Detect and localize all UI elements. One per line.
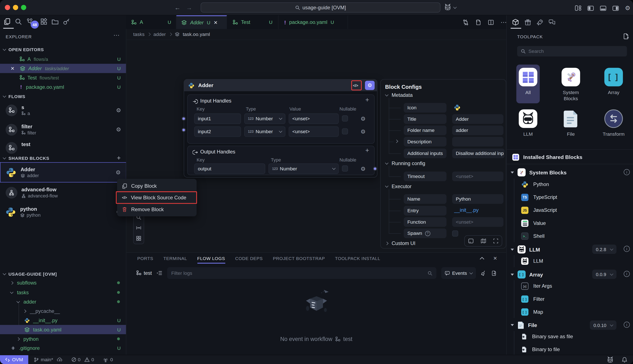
assistant-dropdown-icon[interactable] xyxy=(453,5,457,9)
explorer-more-icon[interactable]: ⋯ xyxy=(114,32,120,39)
bell-icon[interactable] xyxy=(622,356,628,363)
config-value[interactable]: Disallow additional inp xyxy=(452,148,505,158)
config-section-executor[interactable]: Executor xyxy=(386,184,412,190)
tree-item[interactable]: adder xyxy=(0,297,126,306)
breadcrumb-item[interactable]: adder xyxy=(154,32,166,37)
section-system-blocks[interactable]: System Blocks xyxy=(510,168,566,176)
input-port-dot[interactable] xyxy=(182,117,186,121)
block-item-filter[interactable]: [ ]Filter xyxy=(521,296,544,303)
input-key-field[interactable]: input1 xyxy=(194,114,241,124)
input-value-field[interactable]: <unset> xyxy=(288,126,339,137)
tile-label[interactable]: Array xyxy=(598,90,630,96)
log-list-icon[interactable] xyxy=(157,270,162,276)
shared-block-item-selected[interactable]: Adder adder ⚙ xyxy=(0,162,126,182)
tree-item[interactable]: ≡ oocana U xyxy=(0,353,126,355)
command-center-search[interactable]: usage-guide [OVM] xyxy=(201,2,440,12)
add-input-icon[interactable]: + xyxy=(365,96,369,104)
gear-icon[interactable]: ⚙ xyxy=(116,108,121,113)
gear-icon[interactable]: ⚙ xyxy=(360,129,366,134)
grid-layout-icon[interactable] xyxy=(136,236,141,241)
flow-canvas[interactable]: Adder </> ⚙ Input Handles + Key Type Val… xyxy=(126,40,506,252)
version-dropdown[interactable]: 0.0.10 xyxy=(590,320,616,330)
panel-toggle-icon[interactable] xyxy=(468,238,474,243)
config-value[interactable]: Python xyxy=(452,194,504,204)
tree-item[interactable]: __pycache__ xyxy=(0,306,126,316)
toggle-bottom-panel-icon[interactable] xyxy=(600,6,606,11)
system-blocks-tools-icon[interactable] xyxy=(562,68,580,86)
nullable-checkbox[interactable] xyxy=(342,116,348,122)
fullscreen-fit-icon[interactable] xyxy=(493,238,498,243)
tab[interactable]: A U xyxy=(126,16,176,29)
log-filter-input-wrap[interactable] xyxy=(167,267,436,279)
config-value[interactable]: adder xyxy=(452,126,504,135)
config-section-running[interactable]: Running config xyxy=(386,161,426,166)
feedback-chat-icon[interactable] xyxy=(549,19,556,25)
split-editor-icon[interactable] xyxy=(488,20,494,25)
add-output-icon[interactable]: + xyxy=(365,147,369,154)
open-editor-item[interactable]: A flows/a U xyxy=(0,54,126,64)
menu-item-copy-block[interactable]: Copy Block xyxy=(117,180,196,192)
forward-icon[interactable]: → xyxy=(186,4,192,11)
section-file[interactable]: File xyxy=(510,321,537,329)
config-value[interactable] xyxy=(452,137,504,146)
block-item-map[interactable]: [ ]Map xyxy=(521,308,543,316)
block-item-llm[interactable]: LLM xyxy=(521,258,543,265)
config-value[interactable]: <unset> xyxy=(452,217,504,227)
output-key-field[interactable]: output xyxy=(194,164,265,174)
toolpack-search[interactable] xyxy=(517,46,627,57)
info-icon[interactable]: i xyxy=(624,271,630,277)
version-dropdown[interactable]: 0.0.9 xyxy=(592,270,616,279)
view-source-code-icon[interactable]: </> xyxy=(353,83,358,88)
fit-width-icon[interactable] xyxy=(136,225,141,230)
info-icon[interactable]: i xyxy=(624,246,630,252)
corgi-status-icon[interactable] xyxy=(607,356,614,363)
block-item-binary-save[interactable]: Binary save as file xyxy=(521,333,573,340)
remote-indicator[interactable]: OVM xyxy=(0,355,28,364)
open-editor-item[interactable]: ! package.oo.yaml U xyxy=(0,82,126,92)
spawn-checkbox[interactable] xyxy=(452,230,458,236)
entry-file-link[interactable]: __init__.py xyxy=(454,207,478,213)
block-item-javascript[interactable]: JSJavaScript xyxy=(521,207,557,214)
tile-label[interactable]: File xyxy=(555,131,587,138)
output-type-select[interactable]: 123Number xyxy=(268,164,339,174)
tab-ports[interactable]: PORTS xyxy=(137,256,153,261)
back-icon[interactable]: ← xyxy=(174,4,180,11)
tree-item[interactable]: .gitignore U xyxy=(0,344,126,353)
breadcrumb-item[interactable]: tasks xyxy=(133,32,144,37)
block-item-typescript[interactable]: TSTypeScript xyxy=(521,194,557,201)
git-branch-indicator[interactable]: main* xyxy=(34,357,62,362)
input-value-field[interactable]: <unset> xyxy=(288,114,339,124)
settings-gear-icon[interactable]: ⚙ xyxy=(625,4,630,12)
ports-indicator[interactable]: 0 xyxy=(103,357,113,362)
minimap-icon[interactable] xyxy=(481,238,486,243)
block-item-shell[interactable]: >_Shell xyxy=(521,232,544,240)
tile-label[interactable]: System Blocks xyxy=(556,90,586,102)
gift-icon[interactable] xyxy=(524,19,531,26)
compare-changes-icon[interactable] xyxy=(462,19,469,25)
array-brackets-icon[interactable]: [ ] xyxy=(604,68,623,86)
tab-toolpack-install[interactable]: TOOLPACK INSTALL xyxy=(335,256,380,261)
breadcrumb-item[interactable]: task.oo.yaml xyxy=(183,32,210,37)
minimize-window-button[interactable] xyxy=(13,5,18,10)
assistant-corgi-icon[interactable] xyxy=(444,4,451,11)
flow-chip[interactable]: test xyxy=(136,270,152,276)
help-question-icon[interactable]: ? xyxy=(425,230,430,236)
tree-item[interactable]: python xyxy=(0,334,126,344)
new-toolpack-icon[interactable] xyxy=(623,33,629,40)
open-editors-header[interactable]: OPEN EDITORS xyxy=(0,46,126,53)
close-panel-icon[interactable]: ✕ xyxy=(493,256,497,261)
node-header[interactable]: Adder </> ⚙ xyxy=(184,80,377,91)
log-filter-input[interactable] xyxy=(171,270,424,276)
config-section-custom-ui[interactable]: Custom UI xyxy=(386,240,416,246)
version-dropdown[interactable]: 0.2.8 xyxy=(592,244,616,254)
block-item-binary-to-file[interactable]: Binary to file xyxy=(521,346,560,353)
events-dropdown[interactable]: Events xyxy=(441,267,476,279)
shared-block-item[interactable]: python python ⚙ xyxy=(0,203,126,221)
tab-flow-logs-active[interactable]: FLOW LOGS xyxy=(197,256,225,264)
gear-icon[interactable]: ⚙ xyxy=(116,170,121,175)
info-icon[interactable]: i xyxy=(624,169,630,175)
chevron-up-icon[interactable] xyxy=(480,256,484,261)
node-settings-gear-icon[interactable]: ⚙ xyxy=(365,81,375,90)
more-actions-icon[interactable]: ⋯ xyxy=(501,18,507,26)
cloud-upload-icon[interactable] xyxy=(57,357,62,362)
